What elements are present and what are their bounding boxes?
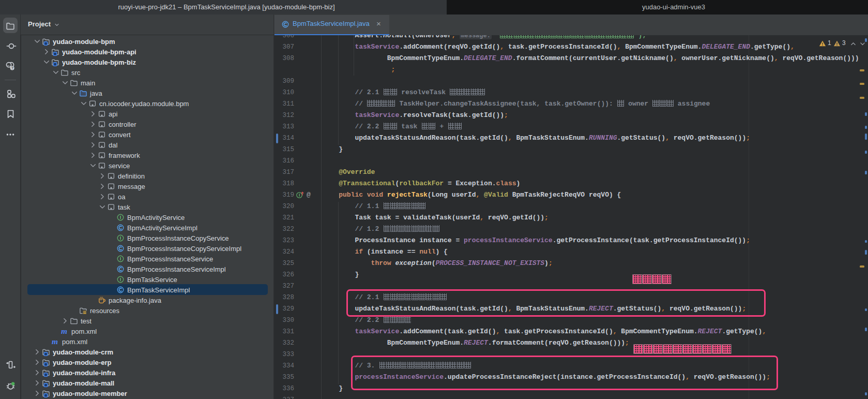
svg-text:m: m	[61, 327, 67, 335]
svg-text:m: m	[52, 337, 58, 346]
svg-text:?: ?	[11, 66, 14, 70]
